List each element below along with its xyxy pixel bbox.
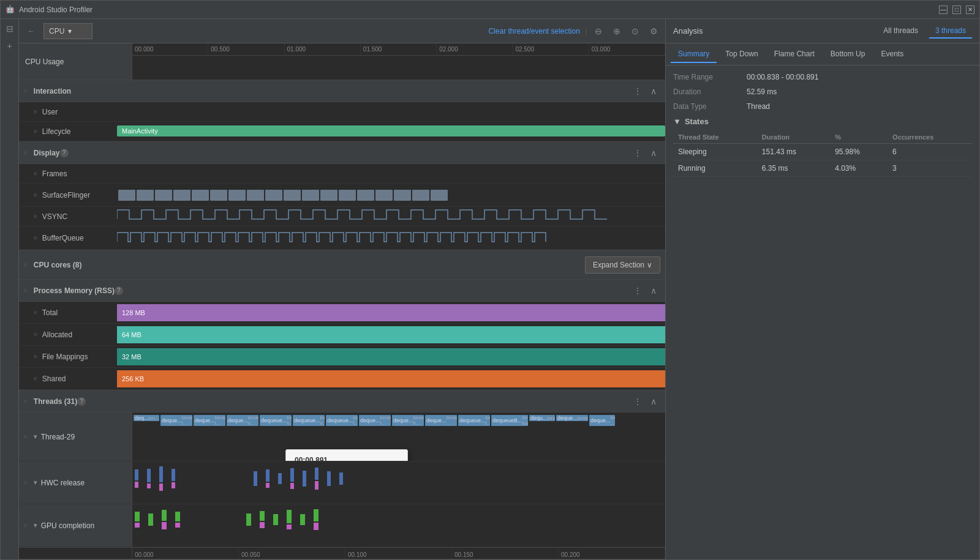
display-surface-track[interactable] — [117, 184, 665, 206]
display-vsync-label: ≡ VSYNC — [19, 212, 117, 221]
cpu-dropdown-arrow: ▾ — [68, 27, 72, 35]
bottom-ruler-marks: 00.000 00.050 00.100 00.150 00.200 — [132, 548, 665, 559]
analysis-content: Time Range 00:00.838 - 00:00.891 Duratio… — [666, 65, 979, 559]
cpu-cores-controls: Expand Section ∨ — [585, 256, 660, 274]
zoom-out-button[interactable]: ⊖ — [592, 24, 605, 38]
hwc-expand-arrow[interactable]: ▼ — [32, 479, 39, 486]
close-button[interactable]: ✕ — [966, 6, 974, 14]
thread-block: deque...binder tr... — [227, 415, 258, 426]
memory-shared-track[interactable]: 256 KB — [117, 370, 665, 387]
minimize-button[interactable]: — — [939, 6, 948, 14]
bottom-ruler-mark-2: 00.100 — [345, 548, 452, 559]
threads-title: Threads (31) — [34, 397, 77, 406]
all-threads-tab[interactable]: All threads — [877, 24, 924, 39]
hwc-block — [315, 468, 318, 490]
gpu-block — [246, 513, 251, 526]
zoom-in-button[interactable]: ⊕ — [610, 24, 624, 38]
maximize-button[interactable]: □ — [952, 6, 961, 14]
interaction-lifecycle-track[interactable]: MainActivity — [117, 122, 665, 141]
threads-header: ≡ Threads (31) ? ⋮ ∧ — [19, 390, 665, 413]
left-panel: ← CPU ▾ Clear thread/event selection | ⊖… — [19, 19, 665, 559]
expand-section-icon: ∨ — [647, 261, 652, 269]
threads-help-icon[interactable]: ? — [77, 397, 86, 406]
threads-menu-button[interactable]: ⋮ — [631, 395, 644, 408]
interaction-rows: ≡ User ≡ Lifecycle — [19, 102, 665, 141]
memory-total-row: ≡ Total 128 MB — [19, 302, 665, 324]
hwc-release-track[interactable] — [132, 461, 665, 504]
gpu-completion-track[interactable] — [132, 504, 665, 547]
display-vsync-track[interactable] — [117, 207, 665, 226]
display-drag-handle[interactable]: ≡ — [24, 149, 28, 156]
threads-controls: ⋮ ∧ — [631, 395, 660, 408]
col-thread-state: Thread State — [673, 131, 757, 144]
gpu-block — [162, 510, 167, 529]
cpu-cores-drag-handle[interactable]: ≡ — [24, 261, 28, 268]
analysis-tab-bar: Summary Top Down Flame Chart Bottom Up E… — [666, 43, 979, 65]
thread-29-expand-arrow[interactable]: ▼ — [32, 433, 39, 440]
top-down-tab[interactable]: Top Down — [718, 46, 765, 63]
frame-block — [118, 190, 135, 201]
thread-block: deq...bin... — [134, 415, 159, 421]
expand-section-button[interactable]: Expand Section ∨ — [585, 256, 660, 274]
events-tab[interactable]: Events — [873, 46, 911, 63]
interaction-drag-handle[interactable]: ≡ — [24, 88, 28, 94]
display-buffer-row: ≡ BufferQueue — [19, 226, 665, 250]
states-collapse-arrow[interactable]: ▼ — [673, 117, 681, 126]
process-memory-controls: ⋮ ∧ — [631, 284, 660, 297]
settings-button[interactable]: ⚙ — [647, 24, 660, 38]
memory-total-track[interactable]: 128 MB — [117, 304, 665, 321]
process-memory-collapse-button[interactable]: ∧ — [647, 284, 660, 297]
state-running-occurrences: 3 — [888, 160, 972, 177]
timeline-ruler: 00.000 00.500 01.000 01.500 02.000 02.50… — [132, 43, 665, 80]
thread-29-track[interactable]: deq...bin... deque...binder t... deque..… — [132, 413, 665, 461]
interaction-collapse-button[interactable]: ∧ — [647, 84, 660, 98]
state-sleeping-row: Sleeping 151.43 ms 95.98% 6 — [673, 144, 972, 160]
thread-block: dequeue...binder tr... — [260, 415, 292, 426]
display-surface-label: ≡ SurfaceFlinger — [19, 191, 117, 200]
thread-block: dequeue...binder t... — [458, 415, 490, 426]
threads-drag-handle[interactable]: ≡ — [24, 398, 28, 405]
gpu-expand-arrow[interactable]: ▼ — [32, 522, 39, 529]
states-table-header: Thread State Duration % Occurrences — [673, 131, 972, 144]
display-help-icon[interactable]: ? — [60, 149, 69, 157]
states-header[interactable]: ▼ States — [673, 117, 972, 126]
sidebar-icon-panel[interactable]: ⊟ — [4, 23, 16, 35]
display-menu-button[interactable]: ⋮ — [631, 146, 644, 160]
display-collapse-button[interactable]: ∧ — [647, 146, 660, 160]
left-sidebar: ⊟ + — [1, 19, 19, 559]
display-frames-track[interactable] — [117, 164, 665, 183]
state-running-name: Running — [673, 160, 757, 177]
interaction-menu-button[interactable]: ⋮ — [631, 84, 644, 98]
tooltip-time: 00:00.891 — [295, 456, 399, 461]
state-running-percent: 4.03% — [830, 160, 888, 177]
process-memory-menu-button[interactable]: ⋮ — [631, 284, 644, 297]
bottom-up-tab[interactable]: Bottom Up — [823, 46, 873, 63]
display-buffer-track[interactable] — [117, 226, 665, 249]
sidebar-icon-profiler[interactable]: + — [4, 40, 16, 52]
selected-threads-tab[interactable]: 3 threads — [929, 24, 972, 39]
frame-block — [210, 190, 227, 201]
process-memory-drag-handle[interactable]: ≡ — [24, 287, 28, 294]
hwc-block — [290, 468, 294, 489]
clear-selection-link[interactable]: Clear thread/event selection — [488, 27, 579, 35]
process-memory-help-icon[interactable]: ? — [115, 286, 123, 295]
threads-collapse-button[interactable]: ∧ — [647, 395, 660, 408]
interaction-user-track[interactable] — [117, 102, 665, 121]
flame-chart-tab[interactable]: Flame Chart — [767, 46, 822, 63]
ruler-mark-0: 00.000 — [132, 43, 208, 55]
memory-allocated-track[interactable]: 64 MB — [117, 326, 665, 343]
summary-tab[interactable]: Summary — [671, 46, 717, 63]
time-range-row: Time Range 00:00.838 - 00:00.891 — [673, 73, 972, 81]
bottom-ruler: 00.000 00.050 00.100 00.150 00.200 — [19, 547, 665, 559]
interaction-header: ≡ Interaction ⋮ ∧ — [19, 80, 665, 102]
back-button[interactable]: ← — [24, 24, 39, 39]
thread-block: dequeue...binder tr... — [293, 415, 325, 426]
cpu-dropdown[interactable]: CPU ▾ — [43, 23, 92, 39]
bottom-ruler-left — [19, 548, 132, 559]
memory-filemappings-track[interactable]: 32 MB — [117, 348, 665, 365]
hwc-block — [135, 469, 138, 488]
zoom-fit-button[interactable]: ⊙ — [628, 24, 642, 38]
gpu-block — [287, 510, 292, 529]
hwc-block — [172, 469, 175, 488]
display-frames-row: ≡ Frames — [19, 164, 665, 184]
